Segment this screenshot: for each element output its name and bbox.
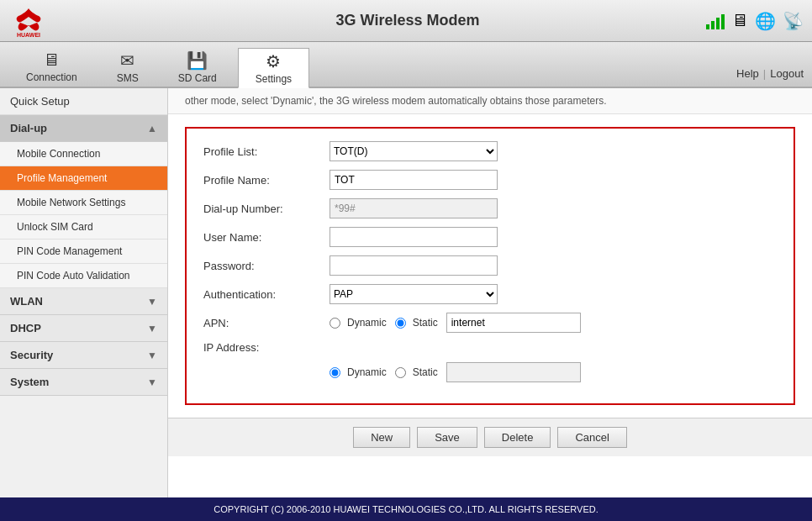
username-label: User Name:: [203, 231, 330, 244]
ip-address-options-row: Dynamic Static: [203, 362, 777, 382]
password-label: Password:: [203, 260, 330, 272]
new-button[interactable]: New: [353, 427, 410, 448]
profile-list-row: Profile List: TOT(D): [203, 141, 777, 161]
connection-icon: 📡: [783, 11, 804, 31]
signal-strength-icon: [706, 13, 725, 29]
main-layout: Quick Setup Dial-up ▲ Mobile Connection …: [0, 88, 812, 497]
ip-dynamic-group: Dynamic: [330, 366, 387, 378]
password-row: Password:: [203, 255, 777, 276]
tab-sdcard[interactable]: 💾 SD Card: [161, 46, 235, 87]
apn-row: APN: Dynamic Static: [203, 313, 777, 333]
sidebar-item-pin-code-auto-validation[interactable]: PIN Code Auto Validation: [0, 264, 167, 288]
profile-name-input[interactable]: [330, 170, 498, 190]
apn-options: Dynamic Static: [330, 313, 581, 333]
footer-text: COPYRIGHT (C) 2006-2010 HUAWEI TECHNOLOG…: [214, 504, 598, 514]
dhcp-chevron-icon: ▼: [147, 323, 157, 334]
device-icon: 🖥: [731, 11, 748, 30]
profile-list-label: Profile List:: [203, 145, 330, 158]
ip-address-label: IP Address:: [203, 341, 330, 354]
huawei-logo: HUAWEI: [8, 4, 49, 38]
help-logout-area: Help | Logout: [736, 67, 804, 87]
apn-label: APN:: [203, 317, 330, 329]
dialup-number-row: Dial-up Number:: [203, 198, 777, 218]
ip-address-row: IP Address:: [203, 341, 777, 354]
apn-dynamic-label: Dynamic: [347, 317, 387, 329]
tab-sms-label: SMS: [117, 72, 139, 84]
authentication-select[interactable]: PAP CHAP None: [330, 284, 498, 304]
dialup-number-label: Dial-up Number:: [203, 203, 330, 215]
ip-options: Dynamic Static: [330, 362, 581, 382]
sidebar-group-system[interactable]: System ▼: [0, 369, 167, 396]
authentication-label: Authentication:: [203, 288, 330, 301]
apn-static-label: Static: [413, 317, 438, 329]
form-panel: Profile List: TOT(D) Profile Name: Dial-…: [185, 127, 795, 405]
apn-static-group: Static: [395, 317, 438, 329]
ip-static-label: Static: [413, 366, 438, 378]
profile-name-row: Profile Name:: [203, 170, 777, 190]
username-input[interactable]: [330, 227, 498, 247]
sidebar-item-mobile-network-settings[interactable]: Mobile Network Settings: [0, 191, 167, 215]
sidebar-group-security[interactable]: Security ▼: [0, 342, 167, 369]
sidebar-item-pin-code-management[interactable]: PIN Code Management: [0, 239, 167, 264]
content-description: other mode, select 'Dynamic', the 3G wir…: [168, 88, 812, 114]
sidebar-item-mobile-connection[interactable]: Mobile Connection: [0, 142, 167, 166]
connection-tab-icon: 🖥: [43, 50, 60, 70]
wlan-chevron-icon: ▼: [147, 296, 157, 308]
status-icons: 🖥 🌐 📡: [706, 11, 804, 31]
sdcard-tab-icon: 💾: [187, 50, 208, 71]
ip-static-radio[interactable]: [395, 367, 406, 378]
cancel-button[interactable]: Cancel: [557, 427, 626, 448]
settings-tab-icon: ⚙: [266, 51, 281, 71]
footer: COPYRIGHT (C) 2006-2010 HUAWEI TECHNOLOG…: [0, 497, 812, 521]
password-input[interactable]: [330, 255, 498, 276]
apn-dynamic-group: Dynamic: [330, 317, 387, 329]
sidebar-item-profile-management[interactable]: Profile Management: [0, 166, 167, 191]
ip-value-input[interactable]: [446, 362, 581, 382]
sidebar: Quick Setup Dial-up ▲ Mobile Connection …: [0, 88, 168, 497]
apn-dynamic-radio[interactable]: [330, 318, 340, 329]
apn-static-radio[interactable]: [395, 318, 406, 329]
ip-dynamic-radio[interactable]: [330, 367, 340, 378]
action-buttons: New Save Delete Cancel: [168, 418, 812, 456]
apn-value-input[interactable]: [446, 313, 581, 333]
security-chevron-icon: ▼: [147, 350, 157, 361]
help-link[interactable]: Help: [736, 67, 759, 80]
sms-tab-icon: ✉: [120, 50, 134, 71]
tab-connection[interactable]: 🖥 Connection: [8, 46, 95, 87]
nav-tabs: 🖥 Connection ✉ SMS 💾 SD Card ⚙ Settings …: [0, 42, 812, 88]
sidebar-group-dialup[interactable]: Dial-up ▲: [0, 115, 167, 142]
content-area: other mode, select 'Dynamic', the 3G wir…: [168, 88, 812, 497]
tab-sms[interactable]: ✉ SMS: [98, 46, 157, 87]
profile-list-select[interactable]: TOT(D): [330, 141, 498, 161]
app-title: 3G Wireless Modem: [109, 12, 706, 29]
delete-button[interactable]: Delete: [484, 427, 551, 448]
tab-connection-label: Connection: [26, 71, 77, 83]
profile-name-label: Profile Name:: [203, 174, 330, 187]
ip-static-group: Static: [395, 366, 438, 378]
logo-area: HUAWEI: [8, 4, 109, 38]
logout-link[interactable]: Logout: [770, 67, 804, 80]
svg-text:HUAWEI: HUAWEI: [17, 32, 40, 38]
dialup-number-input[interactable]: [330, 198, 498, 218]
sidebar-group-wlan[interactable]: WLAN ▼: [0, 288, 167, 315]
ip-dynamic-label: Dynamic: [347, 366, 387, 378]
sidebar-item-unlock-sim-card[interactable]: Unlock SIM Card: [0, 215, 167, 239]
dialup-chevron-icon: ▲: [147, 123, 157, 134]
sidebar-group-dhcp[interactable]: DHCP ▼: [0, 315, 167, 342]
top-bar: HUAWEI 3G Wireless Modem 🖥 🌐 📡: [0, 0, 812, 42]
tab-settings-label: Settings: [256, 73, 292, 85]
tab-settings[interactable]: ⚙ Settings: [238, 48, 309, 88]
system-chevron-icon: ▼: [147, 376, 157, 388]
separator: |: [763, 67, 766, 80]
username-row: User Name:: [203, 227, 777, 247]
tab-sdcard-label: SD Card: [178, 72, 217, 84]
authentication-row: Authentication: PAP CHAP None: [203, 284, 777, 304]
network-icon: 🌐: [755, 11, 776, 31]
sidebar-item-quick-setup[interactable]: Quick Setup: [0, 88, 167, 115]
save-button[interactable]: Save: [417, 427, 477, 448]
